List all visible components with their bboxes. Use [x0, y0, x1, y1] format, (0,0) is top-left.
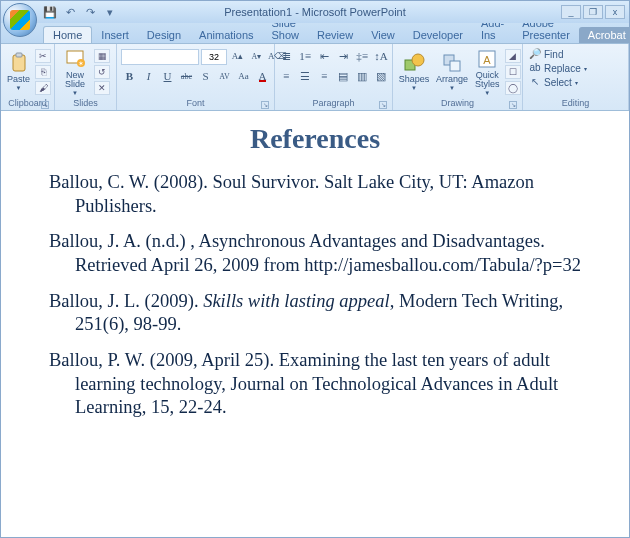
- svg-text:✶: ✶: [78, 60, 84, 67]
- group-editing: 🔎Find abReplace▾ ↖Select▾ Editing: [523, 44, 629, 110]
- new-slide-icon: ✶: [64, 48, 86, 70]
- reset-button[interactable]: ↺: [94, 65, 110, 79]
- arrange-icon: [441, 52, 463, 74]
- shapes-label: Shapes: [399, 75, 430, 84]
- ribbon-tabs: Home Insert Design Animations Slide Show…: [1, 23, 629, 43]
- dialog-launcher-icon[interactable]: ↘: [509, 101, 517, 109]
- group-clipboard: Paste ▼ ✂ ⎘ 🖌 Clipboard↘: [1, 44, 55, 110]
- quick-styles-label: Quick Styles: [475, 71, 500, 89]
- clipboard-icon: [8, 52, 30, 74]
- shape-fill-button[interactable]: ◢: [505, 49, 521, 63]
- cursor-icon: ↖: [529, 76, 541, 88]
- italic-button[interactable]: I: [140, 68, 157, 85]
- cut-button[interactable]: ✂: [35, 49, 51, 63]
- decrease-indent-button[interactable]: ⇤: [316, 48, 333, 65]
- reference-entry: Ballou, C. W. (2008). Soul Survivor. Sal…: [49, 171, 581, 218]
- tab-view[interactable]: View: [362, 27, 404, 43]
- qat-more-icon[interactable]: ▾: [103, 5, 117, 19]
- font-color-button[interactable]: A: [254, 68, 271, 85]
- tab-review[interactable]: Review: [308, 27, 362, 43]
- tab-design[interactable]: Design: [138, 27, 190, 43]
- align-left-button[interactable]: ≡: [278, 68, 295, 85]
- group-drawing: Shapes▼ Arrange▼ A Quick Styles▼ ◢ ☐ ◯ D…: [393, 44, 523, 110]
- group-font: A▴ A▾ A⌫ B I U abc S AV Aa A Font↘: [117, 44, 275, 110]
- reference-entry: Ballou, J. L. (2009). Skills with lastin…: [49, 290, 581, 337]
- numbering-button[interactable]: 1≡: [297, 48, 314, 65]
- shapes-button[interactable]: Shapes▼: [397, 51, 431, 92]
- line-spacing-button[interactable]: ‡≡: [354, 48, 371, 65]
- layout-button[interactable]: ▦: [94, 49, 110, 63]
- group-paragraph-label: Paragraph↘: [279, 97, 388, 110]
- grow-font-button[interactable]: A▴: [229, 48, 246, 65]
- group-slides: ✶ New Slide ▼ ▦ ↺ ✕ Slides: [55, 44, 117, 110]
- save-icon[interactable]: 💾: [43, 5, 57, 19]
- office-button[interactable]: [3, 3, 37, 37]
- char-spacing-button[interactable]: AV: [216, 68, 233, 85]
- tab-developer[interactable]: Developer: [404, 27, 472, 43]
- group-editing-label: Editing: [527, 97, 624, 110]
- tab-home[interactable]: Home: [43, 26, 92, 43]
- bold-button[interactable]: B: [121, 68, 138, 85]
- svg-rect-8: [450, 61, 460, 71]
- quick-access-toolbar: 💾 ↶ ↷ ▾: [43, 5, 117, 19]
- text-direction-button[interactable]: ↕A: [373, 48, 390, 65]
- shadow-button[interactable]: S: [197, 68, 214, 85]
- dialog-launcher-icon[interactable]: ↘: [379, 101, 387, 109]
- replace-button[interactable]: abReplace▾: [527, 61, 589, 75]
- arrange-button[interactable]: Arrange▼: [434, 51, 470, 92]
- minimize-button[interactable]: _: [561, 5, 581, 19]
- format-painter-button[interactable]: 🖌: [35, 81, 51, 95]
- delete-button[interactable]: ✕: [94, 81, 110, 95]
- shapes-icon: [403, 52, 425, 74]
- paste-button[interactable]: Paste ▼: [5, 51, 32, 92]
- replace-icon: ab: [529, 62, 541, 74]
- undo-icon[interactable]: ↶: [63, 5, 77, 19]
- group-font-label: Font↘: [121, 97, 270, 110]
- font-size-input[interactable]: [201, 49, 227, 65]
- window-controls: _ ❐ x: [561, 5, 625, 19]
- svg-text:A: A: [484, 54, 492, 66]
- columns-button[interactable]: ▥: [354, 68, 371, 85]
- dialog-launcher-icon[interactable]: ↘: [41, 101, 49, 109]
- arrange-label: Arrange: [436, 75, 468, 84]
- strikethrough-button[interactable]: abc: [178, 68, 195, 85]
- quick-styles-icon: A: [476, 48, 498, 70]
- slide-stage[interactable]: References Ballou, C. W. (2008). Soul Su…: [1, 111, 629, 537]
- chevron-down-icon: ▼: [16, 85, 22, 91]
- dialog-launcher-icon[interactable]: ↘: [261, 101, 269, 109]
- tab-insert[interactable]: Insert: [92, 27, 138, 43]
- tab-animations[interactable]: Animations: [190, 27, 262, 43]
- svg-point-6: [412, 54, 424, 66]
- app-window: 💾 ↶ ↷ ▾ Presentation1 - Microsoft PowerP…: [0, 0, 630, 538]
- change-case-button[interactable]: Aa: [235, 68, 252, 85]
- close-button[interactable]: x: [605, 5, 625, 19]
- align-right-button[interactable]: ≡: [316, 68, 333, 85]
- maximize-button[interactable]: ❐: [583, 5, 603, 19]
- copy-button[interactable]: ⎘: [35, 65, 51, 79]
- tab-acrobat[interactable]: Acrobat: [579, 27, 630, 43]
- shape-outline-button[interactable]: ☐: [505, 65, 521, 79]
- chevron-down-icon: ▼: [72, 90, 78, 96]
- increase-indent-button[interactable]: ⇥: [335, 48, 352, 65]
- underline-button[interactable]: U: [159, 68, 176, 85]
- select-button[interactable]: ↖Select▾: [527, 75, 580, 89]
- reference-entry: Ballou, P. W. (2009, April 25). Examinin…: [49, 349, 581, 420]
- shrink-font-button[interactable]: A▾: [248, 48, 265, 65]
- new-slide-button[interactable]: ✶ New Slide ▼: [59, 47, 91, 97]
- binoculars-icon: 🔎: [529, 48, 541, 60]
- justify-button[interactable]: ▤: [335, 68, 352, 85]
- redo-icon[interactable]: ↷: [83, 5, 97, 19]
- shape-effects-button[interactable]: ◯: [505, 81, 521, 95]
- svg-rect-1: [16, 53, 22, 57]
- titlebar: 💾 ↶ ↷ ▾ Presentation1 - Microsoft PowerP…: [1, 1, 629, 23]
- slide-content[interactable]: References Ballou, C. W. (2008). Soul Su…: [19, 111, 611, 452]
- quick-styles-button[interactable]: A Quick Styles▼: [473, 47, 502, 97]
- find-button[interactable]: 🔎Find: [527, 47, 565, 61]
- group-drawing-label: Drawing↘: [397, 97, 518, 110]
- bullets-button[interactable]: ≣: [278, 48, 295, 65]
- ribbon: Paste ▼ ✂ ⎘ 🖌 Clipboard↘ ✶ New Slide: [1, 43, 629, 111]
- font-name-input[interactable]: [121, 49, 199, 65]
- group-paragraph: ≣ 1≡ ⇤ ⇥ ‡≡ ↕A ≡ ☰ ≡ ▤ ▥ ▧ Paragraph↘: [275, 44, 393, 110]
- align-center-button[interactable]: ☰: [297, 68, 314, 85]
- smartart-button[interactable]: ▧: [373, 68, 390, 85]
